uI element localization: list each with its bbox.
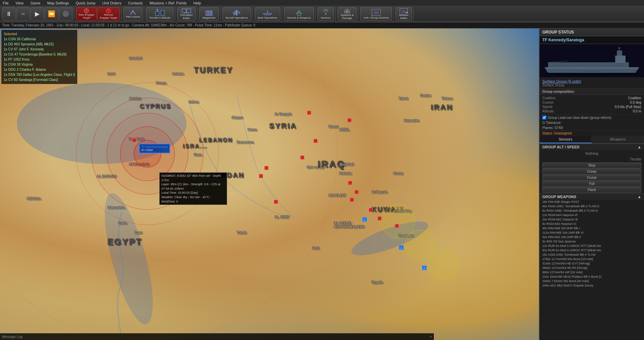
sensors-button[interactable]: Sensors [318,7,334,21]
group-type-link[interactable]: Surface Group (9 units) [542,79,581,83]
menu-map-settings[interactable]: Map Settings [46,1,70,5]
enemy-unit-4[interactable] [300,155,304,160]
weapon-item[interactable]: 92x RUR-5A Mod 4 ASROC RTT [Mk46 Mo [540,248,644,253]
export-icon[interactable]: ↗ [429,335,432,339]
enemy-unit-12[interactable] [378,216,382,220]
group-lead-checkbox[interactable] [542,115,546,120]
weapons-tab[interactable]: Weapons [592,136,644,143]
throttle-stop[interactable]: Stop [542,163,641,168]
bottom-bar[interactable]: Message Log ↗ [0,333,434,340]
unit-item-6: 1x CGN 38 Virginia [4,62,75,67]
friendly-sub[interactable] [132,138,136,142]
throttle-cruise[interactable]: Cruise [542,175,641,180]
svg-rect-20 [297,13,301,16]
magazines-button[interactable]: Magazines [199,7,219,21]
weapon-item[interactable]: 18x UGM-109C Tomahawk Blk II TLAM [540,253,644,257]
panel-collapse-arrow[interactable]: ◀ [539,179,540,189]
svg-rect-16 [206,11,208,16]
boat-operations-button[interactable]: Boat Operations [255,7,281,21]
fast-forward-button[interactable]: ⏩ [45,7,58,21]
enemy-unit-6[interactable] [259,174,263,178]
aircraft-operations-button[interactable]: Aircraft Operations [222,7,251,21]
group-lead-label: Group Lead can slow down (group reform) [548,116,611,120]
doctrine-button[interactable]: Unit / Group Doctrine [360,7,392,21]
weapon-item[interactable]: 6x RGM-109D: Tomahawk Blk II TLAM-D [540,209,644,213]
enemy-unit-10[interactable] [274,200,278,204]
weapon-item[interactable]: 880x 127mm/54 WP [20 mds] [540,270,644,275]
plot-course-icon [129,10,136,15]
status-text: Time: Tuesday, February 26, 1991 - Zulu:… [2,23,255,27]
enemy-unit-1[interactable] [307,111,311,115]
weapon-item[interactable]: 1760x 12.7mm/50 MG Burst [10 mds] [540,257,644,261]
enemy-unit-7[interactable] [348,181,352,185]
x1-button[interactable]: ×1 [16,7,30,21]
weapon-item[interactable]: 9x RIM-7M Sea Sparrow [540,239,644,244]
play-button[interactable]: ▶ [31,7,44,21]
manual-engage-button[interactable]: ManualEngage Target [97,7,120,21]
throttle-creep[interactable]: Creep [542,169,641,174]
menu-unit-orders[interactable]: Unit Orders [101,1,123,5]
sensors-label: Sensors [321,16,330,19]
alt-speed-collapse[interactable]: ▲ [638,145,641,149]
menu-help[interactable]: Help [192,1,202,5]
formation-icon [181,8,192,14]
enemy-unit-13[interactable] [395,224,399,228]
weapon-item[interactable]: 2860x 127mm/54 HE-PD [HiCap] [540,266,644,270]
blue-unit-kuwait-3[interactable]: ⚓ [422,265,427,270]
mission-editor-icon [399,8,409,14]
throttle-full[interactable]: Full [542,181,641,187]
throttle-altitude-button[interactable]: Throttle & Altitude [146,7,174,21]
blue-unit-kuwait-2[interactable]: ⚓ [399,245,404,250]
pause-button[interactable]: ⏸ [2,7,16,21]
map-container[interactable]: TURKEY SYRIA IRAQ JORDAN ISRA... EGYPT L… [0,28,539,340]
weapon-item[interactable]: 64x RIM-66G SM-2MR Blk II [540,235,644,239]
weapon-item[interactable]: 210x 20mm/85 Mk15 Phalanx Blk 0 Burst [2 [540,275,644,279]
status-value: Unassigned [554,131,572,135]
menu-contacts[interactable]: Contacts [127,1,144,5]
systems-damage-button[interactable]: Systems &Damage [338,7,357,21]
blue-unit-kuwait-1[interactable]: ⚓ [362,217,367,222]
enemy-unit-11[interactable] [369,208,373,212]
menu-file[interactable]: File [1,1,10,5]
enemy-unit-3[interactable] [314,139,318,143]
pause-icon: ⏸ [6,10,12,18]
weapon-item[interactable]: 3140x 127mm/54 HE-CVT [HiFrag] [540,261,644,266]
menu-game[interactable]: Game [29,1,42,5]
weapon-item[interactable]: 48x RIM-66B SM-2MR Blk I [540,226,644,231]
weapon-item[interactable]: 112x RIM-66E SM-1MR Blk VI [540,231,644,235]
magazines-icon [205,9,213,16]
unit-item-1: 1x CGN 36 California [4,37,75,42]
tf-kennedy-unit[interactable]: TF Kennedy/Saratoga 4× Older [139,144,170,153]
weapons-collapse[interactable]: ▲ [638,195,641,199]
sensors-tab[interactable]: Sensors [540,136,592,143]
magazines-label: Magazines [202,16,216,19]
enemy-unit-2[interactable] [347,118,351,122]
message-log-label[interactable]: Message Log [2,335,22,339]
weapon-item[interactable]: 12x RUR-5A Mod 4 ASROC RTT [Mk46 Mo [540,244,644,248]
unit-item-4: 1x CG 47 Ticonderoga [Baseline 0, Mk26] [4,52,75,57]
plot-course-button[interactable]: Plot Course [123,7,142,21]
enemy-unit-5[interactable] [264,166,268,170]
throttle-flank[interactable]: Flank [542,187,641,193]
formation-editor-button[interactable]: FormationEditor [177,7,196,21]
weapon-item[interactable]: 240x ADC Mk2 Mod 0 Torpedo Decoy [540,283,644,288]
menu-view[interactable]: View [14,1,25,5]
menu-quick-jump[interactable]: Quick Jump [75,1,97,5]
weapon-item[interactable]: 24x RGM-84C Harpoon I8 [540,217,644,222]
weapon-item[interactable]: 6x RGM-84D Harpoon IC [540,222,644,226]
enemy-unit-9[interactable] [350,198,354,202]
unit-item-2: 1x DD 963 Spruance [ABL Mk15] [4,42,75,47]
mission-editor-button[interactable]: MissionEditor [396,7,412,21]
status-row: Status: Unassigned [540,131,644,136]
weapon-item[interactable]: 46x RGM-109C: Tomahawk Blk II TLAM-C [540,204,644,209]
throttle-icon [155,9,165,16]
enemy-unit-8[interactable] [355,190,359,194]
recon-button[interactable]: ⬡ [59,7,73,21]
auto-engage-button[interactable]: Auto EngageTarget [76,7,97,21]
weapon-item[interactable]: 12x RGM-84A Harpoon IP [540,213,644,217]
fast-forward-icon: ⏩ [48,10,55,18]
weapon-item[interactable]: 18x FIM-92B Stinger POST [540,200,644,204]
weapon-item[interactable]: 2400x 7.62mm MG Burst [20 mds] [540,279,644,283]
menu-missions[interactable]: Missions + Ref. Points [148,1,188,5]
mounts-weapons-button[interactable]: Mounts & Weapons [284,7,314,21]
